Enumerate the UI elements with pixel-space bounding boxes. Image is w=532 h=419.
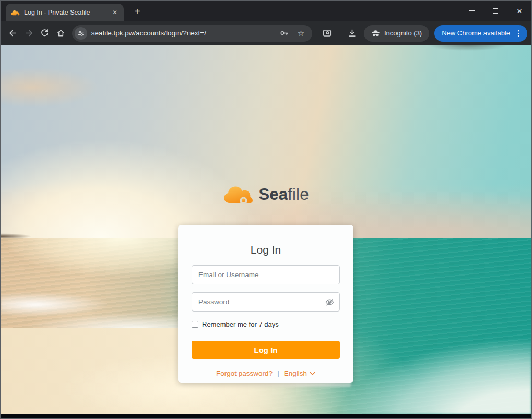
incognito-badge: Incognito (3) <box>364 25 429 42</box>
tab-strip: Log In - Private Seafile ✕ + ✕ <box>1 1 531 21</box>
toggle-password-visibility-button[interactable] <box>325 297 335 307</box>
minimize-icon <box>469 10 475 11</box>
chrome-update-label: New Chrome available <box>442 29 510 37</box>
maximize-button[interactable] <box>483 1 507 21</box>
maximize-icon <box>493 8 498 14</box>
chevron-down-icon <box>310 372 315 376</box>
side-panel-search-button[interactable] <box>320 26 335 41</box>
page-content: Seafile Log In <box>1 45 531 414</box>
login-submit-button[interactable]: Log In <box>192 341 340 359</box>
address-bar[interactable]: seafile.tpk.pw/accounts/login/?next=/ ☆ <box>72 25 313 42</box>
tune-icon <box>77 30 85 37</box>
remember-me-row: Remember me for 7 days <box>192 320 279 328</box>
window-controls: ✕ <box>459 1 531 21</box>
language-label: English <box>284 369 307 377</box>
key-icon <box>280 29 289 38</box>
footer-divider: | <box>277 369 279 377</box>
seafile-wordmark: Seafile <box>258 185 309 204</box>
incognito-icon <box>371 29 380 37</box>
minimize-button[interactable] <box>459 1 483 21</box>
password-input[interactable] <box>192 292 340 312</box>
reload-button[interactable] <box>37 25 53 42</box>
downloads-button[interactable] <box>345 26 360 41</box>
close-window-button[interactable]: ✕ <box>507 1 531 21</box>
url-text[interactable]: seafile.tpk.pw/accounts/login/?next=/ <box>91 29 274 37</box>
remember-me-label[interactable]: Remember me for 7 days <box>202 320 279 328</box>
browser-menu-icon[interactable]: ⋮ <box>515 29 523 38</box>
login-title: Log In <box>178 244 353 256</box>
back-button[interactable] <box>5 25 21 42</box>
tab-title: Log In - Private Seafile <box>24 9 106 16</box>
tab-close-icon[interactable]: ✕ <box>110 8 120 17</box>
seafile-logo: Seafile <box>223 184 309 205</box>
new-tab-button[interactable]: + <box>130 4 145 19</box>
login-footer: Forgot password?|English <box>178 369 353 377</box>
password-manager-button[interactable] <box>278 27 290 40</box>
logo-text-bold: Sea <box>258 185 288 203</box>
home-icon <box>56 29 65 38</box>
forward-arrow-icon <box>25 29 33 38</box>
language-selector[interactable]: English <box>284 369 315 377</box>
window-bottom-frame <box>1 414 531 418</box>
download-icon <box>348 29 357 38</box>
bookmark-star-icon[interactable]: ☆ <box>294 27 307 40</box>
chrome-update-button[interactable]: New Chrome available ⋮ <box>434 25 527 42</box>
side-panel-search-icon <box>323 29 332 38</box>
login-card: Log In Remember <box>178 225 353 383</box>
seafile-cloud-icon <box>223 184 253 205</box>
reload-icon <box>40 29 49 38</box>
email-input[interactable] <box>192 265 340 284</box>
forgot-password-link[interactable]: Forgot password? <box>216 369 273 377</box>
browser-toolbar: seafile.tpk.pw/accounts/login/?next=/ ☆ <box>1 21 531 45</box>
browser-tab[interactable]: Log In - Private Seafile ✕ <box>6 4 124 21</box>
back-arrow-icon <box>8 29 17 38</box>
remember-me-checkbox[interactable] <box>192 321 198 328</box>
incognito-count-label: Incognito (3) <box>384 29 422 37</box>
eye-off-icon <box>325 297 335 307</box>
forward-button[interactable] <box>21 25 37 42</box>
password-field-wrapper <box>192 292 340 312</box>
home-button[interactable] <box>53 25 69 42</box>
browser-window: Log In - Private Seafile ✕ + ✕ <box>0 0 532 419</box>
seafile-favicon-icon <box>11 9 20 16</box>
site-settings-button[interactable] <box>75 27 87 40</box>
toolbar-divider <box>341 29 341 38</box>
email-field-wrapper <box>192 265 340 284</box>
background-sky <box>1 45 531 238</box>
logo-text-light: file <box>288 185 309 203</box>
